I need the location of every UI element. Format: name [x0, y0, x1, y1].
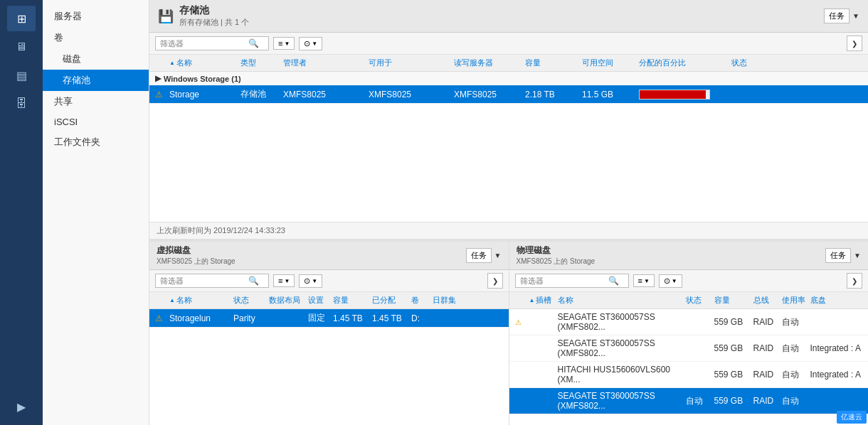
col-header-status[interactable]: 状态	[731, 58, 774, 68]
vd-expand-btn[interactable]: ❯	[487, 273, 503, 289]
pd-row-bus-0: RAID	[753, 317, 782, 327]
sidebar-icon-layers[interactable]: ▤	[7, 63, 36, 88]
vd-col-name[interactable]: ▲ 名称	[169, 295, 233, 306]
storage-pool-table-body: ▶ Windows Storage (1) ⚠ Storage 存储池 XMFS…	[149, 72, 868, 222]
pd-view-btn[interactable]: ≡ ▼	[633, 274, 655, 287]
search-icon-top[interactable]: 🔍	[248, 38, 259, 48]
col-header-free[interactable]: 可用空间	[582, 58, 639, 68]
vd-table-row[interactable]: ⚠ Storagelun Parity 固定 1.45 TB 1.45 TB D…	[149, 309, 509, 328]
pd-filter-btn[interactable]: ⊙ ▼	[659, 274, 682, 288]
task-button-top[interactable]: 任务	[824, 9, 850, 23]
view-btn-top[interactable]: ≡ ▼	[273, 37, 295, 50]
vd-search-icon[interactable]: 🔍	[248, 276, 259, 286]
storage-pool-panel: 💾 存储池 所有存储池 | 共 1 个 任务 ▼ 🔍 ≡ ▼	[149, 0, 868, 242]
vd-search-input[interactable]	[160, 276, 245, 285]
col-header-manager[interactable]: 管理者	[283, 58, 369, 68]
pd-col-status[interactable]: 状态	[686, 295, 714, 306]
vd-provision-label: 设置	[308, 295, 324, 306]
vd-col-vol[interactable]: 卷	[411, 295, 433, 306]
pd-cap-label: 容量	[714, 295, 730, 306]
storage-pool-toolbar: 🔍 ≡ ▼ ⊙ ▼ ❯	[149, 33, 868, 55]
row-capacity: 2.18 TB	[525, 90, 582, 99]
vd-col-group[interactable]: 日群集	[433, 295, 461, 306]
vd-vol-label: 卷	[411, 295, 419, 306]
pd-col-bus[interactable]: 总线	[753, 295, 782, 306]
filter-btn-top[interactable]: ⊙ ▼	[299, 37, 322, 50]
nav-item-servers[interactable]: 服务器	[43, 6, 149, 27]
pd-row-cap-0: 559 GB	[714, 317, 753, 327]
col-header-avail[interactable]: 可用于	[369, 58, 454, 68]
pd-row-bus-3: RAID	[753, 396, 782, 406]
vd-row-vol: D:	[411, 313, 433, 323]
pd-col-chassis[interactable]: 底盘	[810, 295, 863, 306]
pd-search-input[interactable]	[520, 276, 605, 285]
vd-col-status[interactable]: 状态	[233, 295, 269, 306]
vd-table-body: ⚠ Storagelun Parity 固定 1.45 TB 1.45 TB D…	[149, 309, 509, 425]
col-header-pct[interactable]: 分配的百分比	[639, 58, 731, 68]
pd-table-row-2[interactable]: HITACHI HUS156060VLS600 (XM... 559 GB RA…	[509, 362, 869, 388]
vd-col-provision[interactable]: 设置	[308, 295, 333, 306]
pd-row-bus-1: RAID	[753, 343, 782, 353]
pd-row-chassis-1: Integrated : A	[810, 343, 863, 353]
col-name-label: 名称	[176, 58, 192, 68]
vd-view-btn[interactable]: ≡ ▼	[273, 274, 295, 287]
panel-subtitle: 所有存储池 | 共 1 个	[179, 17, 249, 28]
pd-table-row-0[interactable]: ⚠ SEAGATE ST3600057SS (XMFS802... 559 GB…	[509, 309, 869, 335]
row-name[interactable]: Storage	[169, 90, 240, 99]
panel-title: 存储池	[179, 4, 249, 17]
nav-item-workfolders[interactable]: 工作文件夹	[43, 131, 149, 153]
pd-table-row-3[interactable]: SEAGATE ST3600057SS (XMFS802... 自动 559 G…	[509, 388, 869, 414]
nav-item-disks[interactable]: 磁盘	[43, 48, 149, 70]
pd-row-usage-2: 自动	[782, 369, 810, 381]
col-header-type[interactable]: 类型	[240, 58, 283, 68]
header-titles: 存储池 所有存储池 | 共 1 个	[179, 4, 249, 28]
pd-col-name[interactable]: 名称	[558, 295, 686, 306]
col-header-name[interactable]: ▲ 名称	[169, 58, 240, 68]
group-expand-icon[interactable]: ▶	[155, 74, 161, 83]
sidebar: ⊞ 🖥 ▤ 🗄 ▶	[0, 0, 43, 425]
vd-task-dropdown-icon[interactable]: ▼	[494, 252, 502, 259]
pd-task-button[interactable]: 任务	[825, 248, 851, 263]
pd-task-dropdown-icon[interactable]: ▼	[854, 252, 861, 259]
vd-col-layout[interactable]: 数据布局	[269, 295, 308, 306]
pd-search-icon[interactable]: 🔍	[608, 276, 619, 286]
vd-row-alloc: 1.45 TB	[372, 313, 411, 323]
nav-item-iscsi[interactable]: iSCSI	[43, 112, 149, 131]
vd-task-button[interactable]: 任务	[466, 248, 492, 263]
search-input-top[interactable]	[160, 39, 245, 48]
vd-filter-btn[interactable]: ⊙ ▼	[299, 274, 322, 288]
col-header-cap[interactable]: 容量	[525, 58, 582, 68]
pd-col-cap[interactable]: 容量	[714, 295, 753, 306]
storage-pool-icon: 💾	[158, 9, 174, 24]
pd-bus-label: 总线	[753, 295, 769, 306]
pd-col-slot[interactable]: ▲ 插槽	[529, 295, 558, 306]
col-type-label: 类型	[240, 58, 256, 68]
pd-list-icon: ≡	[638, 276, 642, 285]
storage-pool-header: 💾 存储池 所有存储池 | 共 1 个 任务 ▼	[149, 0, 868, 33]
col-header-write[interactable]: 读写服务器	[454, 58, 525, 68]
pd-col-usage[interactable]: 使用率	[782, 295, 810, 306]
pd-expand-btn[interactable]: ❯	[847, 273, 862, 289]
sidebar-icon-arrow[interactable]: ▶	[7, 394, 36, 419]
pd-title: 物理磁盘	[517, 244, 596, 257]
vd-name-label: 名称	[176, 295, 192, 306]
pd-status-label: 状态	[686, 295, 702, 306]
pd-row-cap-2: 559 GB	[714, 370, 753, 380]
sidebar-icon-grid[interactable]: ⊞	[7, 6, 36, 31]
pd-table-row-1[interactable]: SEAGATE ST3600057SS (XMFS802... 559 GB R…	[509, 335, 869, 362]
storage-pool-col-headers: ▲ 名称 类型 管理者 可用于 读写服务器 容量 可用空间 分配的百分比	[149, 55, 868, 72]
table-row[interactable]: ⚠ Storage 存储池 XMFS8025 XMFS8025 XMFS8025…	[149, 85, 868, 104]
nav-item-shares[interactable]: 共享	[43, 91, 149, 112]
vd-col-cap[interactable]: 容量	[333, 295, 372, 306]
sidebar-icon-server[interactable]: 🖥	[7, 34, 36, 60]
vd-filter-icon: ⊙	[304, 276, 310, 286]
sidebar-icon-storage[interactable]: 🗄	[7, 91, 36, 117]
pd-row-cap-3: 559 GB	[714, 396, 753, 406]
pd-sort-icon: ▲	[529, 297, 535, 303]
nav-item-volumes[interactable]: 卷	[43, 27, 149, 48]
expand-btn-top[interactable]: ❯	[847, 36, 862, 51]
nav-item-storagepools[interactable]: 存储池	[43, 70, 149, 91]
vd-col-alloc[interactable]: 已分配	[372, 295, 411, 306]
virtual-disk-panel: 虚拟磁盘 XMFS8025 上的 Storage 任务 ▼ 🔍 ≡ ▼	[149, 242, 509, 425]
task-dropdown-icon[interactable]: ▼	[852, 12, 859, 20]
